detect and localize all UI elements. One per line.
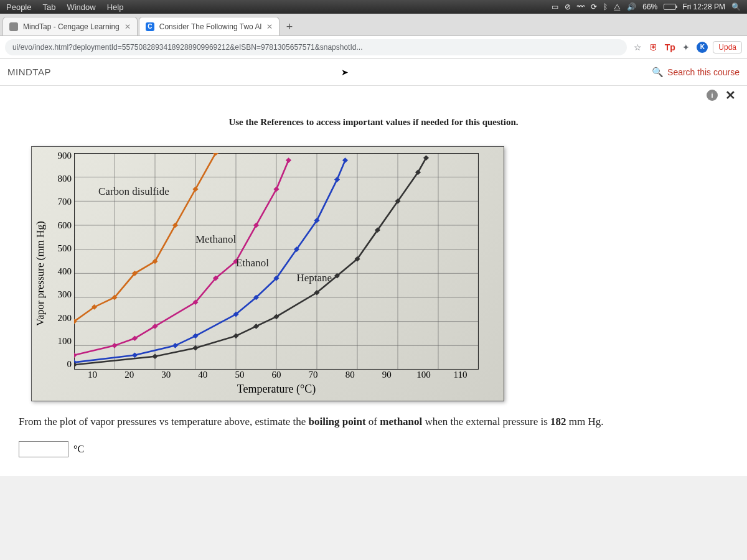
wifi-icon: ⧋ (614, 2, 621, 11)
svg-rect-41 (132, 352, 138, 358)
battery-icon (664, 4, 676, 10)
vapor-pressure-chart: Vapor pressure (mm Hg) 90080070060050040… (31, 146, 504, 401)
volume-icon: 🔊 (627, 2, 636, 11)
clock: Fri 12:28 PM (682, 2, 725, 11)
svg-rect-50 (342, 157, 348, 163)
close-panel-icon[interactable]: ✕ (725, 88, 736, 103)
svg-rect-53 (192, 345, 198, 351)
svg-rect-31 (111, 343, 117, 348)
favicon-c: C (146, 22, 154, 31)
close-icon[interactable]: ✕ (125, 22, 131, 31)
svg-rect-52 (152, 353, 157, 359)
chart-plot-area: Carbon disulfideMethanolEthanolHeptane (74, 153, 479, 370)
svg-rect-54 (233, 334, 238, 339)
sync-icon: ⟳ (591, 2, 597, 11)
close-icon[interactable]: ✕ (266, 22, 273, 31)
svg-rect-39 (286, 157, 291, 163)
tp-icon[interactable]: Tp (664, 42, 675, 53)
url-bar[interactable]: ui/evo/index.html?deploymentId=557508289… (5, 39, 627, 55)
url-bar-row: ui/evo/index.html?deploymentId=557508289… (0, 36, 747, 58)
battery-percent: 66% (642, 2, 657, 11)
spotlight-icon[interactable]: 🔍 (731, 2, 741, 11)
references-hint: Use the References to access important v… (19, 117, 728, 128)
stop-icon: ⊘ (565, 2, 571, 11)
svg-rect-42 (172, 343, 178, 348)
svg-rect-55 (253, 324, 259, 329)
menu-window[interactable]: Window (67, 2, 95, 12)
k-badge[interactable]: K (697, 42, 708, 53)
video-icon: ▭ (552, 2, 558, 11)
update-button[interactable]: Upda (713, 41, 742, 54)
chart-x-axis-label: Temperature (°C) (49, 380, 504, 401)
bluetooth-icon: ᛒ (603, 2, 608, 11)
url-text: ui/evo/index.html?deploymentId=557508289… (12, 43, 362, 52)
menu-tab[interactable]: Tab (42, 2, 55, 12)
cursor-icon: ➤ (341, 67, 349, 77)
boiling-point-input[interactable] (19, 441, 68, 457)
mindtap-header: MINDTAP ➤ 🔍 Search this course (0, 58, 747, 86)
chart-y-axis-label: Vapor pressure (mm Hg) (32, 147, 49, 401)
answer-row: °C (19, 441, 728, 457)
tab-mindtap[interactable]: MindTap - Cengage Learning ✕ (2, 17, 138, 35)
series-label: Methanol (195, 233, 236, 246)
svg-rect-30 (74, 352, 77, 358)
info-icon[interactable]: i (707, 90, 718, 101)
mac-menubar: People Tab Window Help ▭ ⊘ 〰 ⟳ ᛒ ⧋ 🔊 66%… (0, 0, 747, 14)
question-content: Use the References to access important v… (0, 105, 747, 476)
shield-icon[interactable]: ⛨ (648, 42, 659, 53)
tab-consider[interactable]: C Consider The Following Two Al ✕ (139, 17, 280, 35)
chart-x-ticks: 102030405060708090100110 (49, 370, 504, 380)
question-text: From the plot of vapor pressures vs temp… (19, 414, 728, 430)
star-icon[interactable]: ☆ (632, 42, 643, 53)
menu-people[interactable]: People (6, 2, 31, 12)
search-course-label: Search this course (667, 67, 740, 77)
search-course[interactable]: 🔍 Search this course (652, 67, 740, 78)
menu-help[interactable]: Help (107, 2, 124, 12)
chart-y-ticks: 9008007006005004003002001000 (49, 147, 74, 370)
panel-controls: i ✕ (0, 86, 747, 105)
m-icon: 〰 (577, 2, 585, 11)
unit-label: °C (73, 444, 84, 455)
new-tab-button[interactable]: + (281, 18, 298, 35)
search-icon: 🔍 (652, 67, 664, 78)
mindtap-title: MINDTAP (7, 67, 51, 77)
extension-icon[interactable]: ✦ (680, 42, 692, 53)
svg-rect-49 (334, 177, 340, 182)
series-label: Heptane (297, 272, 332, 284)
series-label: Carbon disulfide (98, 185, 169, 198)
favicon-blank (9, 22, 18, 31)
browser-tab-strip: MindTap - Cengage Learning ✕ C Consider … (0, 14, 747, 36)
tab-title: Consider The Following Two Al (159, 22, 261, 31)
tab-title: MindTap - Cengage Learning (23, 22, 120, 31)
series-label: Ethanol (236, 257, 269, 269)
